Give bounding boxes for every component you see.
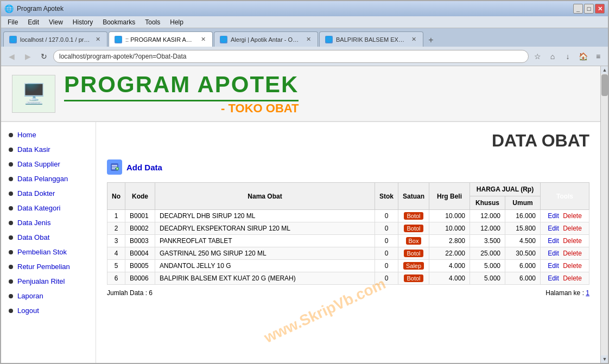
th-satuan: Satuan: [398, 183, 429, 210]
cell-stok: 0: [375, 260, 398, 272]
sidebar-item-data-obat[interactable]: Data Obat: [1, 230, 96, 245]
delete-link[interactable]: Delete: [563, 250, 582, 257]
cell-kode: B0003: [125, 235, 155, 247]
header-text: PROGRAM APOTEK - TOKO OBAT: [64, 72, 299, 116]
add-data-label: Add Data: [126, 163, 162, 172]
site-header: 🖥️ PROGRAM APOTEK - TOKO OBAT: [1, 66, 600, 122]
scroll-thumb[interactable]: [601, 74, 608, 96]
forward-button[interactable]: ▶: [21, 49, 35, 63]
refresh-icon[interactable]: ↓: [561, 50, 574, 63]
tab-favicon-0: 🌐: [9, 36, 17, 43]
cell-satuan: Salep: [398, 260, 429, 272]
close-button[interactable]: ✕: [595, 4, 605, 14]
cell-hrg-beli: 2.800: [429, 235, 470, 247]
sidebar-item-data-supplier[interactable]: Data Supplier: [1, 157, 96, 171]
sidebar-item-penjualan-ritel[interactable]: Penjualan Ritel: [1, 274, 96, 289]
menu-file[interactable]: File: [3, 17, 22, 27]
cell-satuan: Botol: [398, 210, 429, 222]
cell-stok: 0: [375, 247, 398, 260]
sidebar-label-data-supplier: Data Supplier: [17, 160, 60, 168]
edit-link[interactable]: Edit: [548, 212, 559, 220]
sidebar-item-home[interactable]: Home: [1, 127, 96, 142]
sidebar-label-retur-pembelian: Retur Pembelian: [17, 263, 70, 271]
satuan-badge: Box: [406, 237, 422, 245]
cell-khusus: 3.500: [470, 235, 505, 247]
satuan-badge: Salep: [403, 262, 424, 270]
menu-history[interactable]: History: [68, 17, 97, 27]
jumlah-data: Jumlah Data : 6: [107, 289, 153, 297]
menu-help[interactable]: Help: [166, 17, 188, 27]
sidebar-item-data-kasir[interactable]: Data Kasir: [1, 142, 96, 157]
sidebar-item-data-kategori[interactable]: Data Kategori: [1, 201, 96, 215]
tab-1[interactable]: 🌐 :: PROGRAM KASIR APOTEK - 3 L... ✕: [109, 31, 213, 47]
new-tab-button[interactable]: +: [424, 34, 437, 47]
cell-hrg-beli: 22.000: [429, 247, 470, 260]
bookmark-star-icon[interactable]: ☆: [531, 50, 544, 63]
tab-close-3[interactable]: ✕: [410, 36, 417, 43]
home-icon[interactable]: ⌂: [546, 50, 559, 63]
minimize-button[interactable]: _: [573, 4, 583, 14]
menu-tools[interactable]: Tools: [141, 17, 164, 27]
table-row: 5 B0005 ANDANTOL JELLY 10 G 0 Salep 4.00…: [107, 260, 589, 272]
cell-umum: 6.000: [505, 272, 541, 285]
delete-link[interactable]: Delete: [563, 274, 582, 282]
edit-link[interactable]: Edit: [548, 237, 559, 245]
scroll-down-arrow[interactable]: ▼: [601, 355, 608, 363]
tab-close-2[interactable]: ✕: [304, 36, 312, 43]
tab-close-0[interactable]: ✕: [94, 36, 101, 43]
cell-kode: B0006: [125, 272, 155, 285]
cell-no: 1: [107, 210, 125, 222]
tab-label-3: BALPIRIK BALSEM EXT KUAT ...: [336, 36, 407, 43]
edit-link[interactable]: Edit: [548, 225, 559, 232]
tab-bar: 🌐 localhost / 127.0.0.1 / progra... ✕ 🌐 …: [1, 28, 608, 47]
tab-close-1[interactable]: ✕: [199, 36, 207, 43]
tab-0[interactable]: 🌐 localhost / 127.0.0.1 / progra... ✕: [3, 31, 107, 47]
table-row: 4 B0004 GASTRINAL 250 MG SIRUP 120 ML 0 …: [107, 247, 589, 260]
address-bar[interactable]: localhost/program-apotek/?open=Obat-Data: [53, 50, 529, 63]
cell-khusus: 5.000: [470, 260, 505, 272]
cell-tools: Edit Delete: [541, 210, 589, 222]
menu-bookmarks[interactable]: Bookmarks: [98, 17, 139, 27]
menu-edit[interactable]: Edit: [23, 17, 43, 27]
cell-no: 6: [107, 272, 125, 285]
sidebar-item-retur-pembelian[interactable]: Retur Pembelian: [1, 259, 96, 274]
cell-umum: 30.500: [505, 247, 541, 260]
sidebar-item-logout[interactable]: Logout: [1, 303, 96, 318]
maximize-button[interactable]: □: [584, 4, 594, 14]
delete-link[interactable]: Delete: [563, 212, 582, 220]
delete-link[interactable]: Delete: [563, 225, 582, 232]
back-button[interactable]: ◀: [4, 49, 18, 63]
sidebar-item-data-dokter[interactable]: Data Dokter: [1, 186, 96, 201]
sidebar-item-laporan[interactable]: Laporan: [1, 289, 96, 303]
edit-link[interactable]: Edit: [548, 250, 559, 257]
edit-link[interactable]: Edit: [548, 274, 559, 282]
delete-link[interactable]: Delete: [563, 262, 582, 270]
add-data-button[interactable]: Add Data: [107, 159, 589, 175]
sidebar-item-pembelian-stok[interactable]: Pembelian Stok: [1, 245, 96, 259]
bullet-icon: [9, 221, 13, 225]
sidebar-label-data-kategori: Data Kategori: [17, 204, 61, 212]
cell-satuan: Botol: [398, 247, 429, 260]
menu-icon[interactable]: ≡: [592, 50, 605, 63]
edit-link[interactable]: Edit: [548, 262, 559, 270]
sidebar-label-logout: Logout: [17, 306, 39, 315]
tab-2[interactable]: 🌐 Alergi | Apotik Antar - Obat O... ✕: [214, 31, 318, 47]
sidebar-item-data-jenis[interactable]: Data Jenis: [1, 215, 96, 230]
cell-kode: B0005: [125, 260, 155, 272]
cell-stok: 0: [375, 235, 398, 247]
tab-3[interactable]: 🌐 BALPIRIK BALSEM EXT KUAT ... ✕: [319, 31, 423, 47]
cell-no: 5: [107, 260, 125, 272]
cell-nama: GASTRINAL 250 MG SIRUP 120 ML: [155, 247, 375, 260]
refresh-button[interactable]: ↻: [37, 49, 51, 63]
menu-view[interactable]: View: [45, 17, 67, 27]
sidebar-item-data-pelanggan[interactable]: Data Pelanggan: [1, 171, 96, 186]
page-number-link[interactable]: 1: [586, 289, 589, 297]
delete-link[interactable]: Delete: [563, 237, 582, 245]
cell-satuan: Box: [398, 235, 429, 247]
scrollbar-right[interactable]: ▲ ▼: [600, 66, 608, 363]
table-row: 3 B0003 PANKREOFLAT TABLET 0 Box 2.800 3…: [107, 235, 589, 247]
home-icon2[interactable]: 🏠: [576, 50, 589, 63]
bullet-icon: [9, 309, 13, 313]
scroll-up-arrow[interactable]: ▲: [601, 66, 608, 74]
sidebar-label-home: Home: [17, 131, 36, 139]
